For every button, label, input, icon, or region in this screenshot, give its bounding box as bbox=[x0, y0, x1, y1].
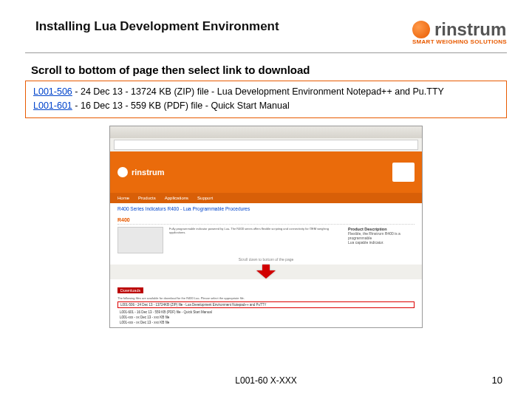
downloads-heading: Downloads bbox=[117, 287, 143, 293]
download-line: L001-xxx - xx Dec 13 - xxx KB file bbox=[117, 320, 415, 325]
site-breadcrumb: R400 Series Indicators R400 - Lua Progra… bbox=[110, 203, 422, 214]
download-link[interactable]: L001-601 bbox=[33, 100, 72, 111]
brand-logo: rinstrum SMART WEIGHING SOLUTIONS bbox=[412, 19, 507, 45]
embedded-screenshot: rinstrum HomeProductsApplicationsSupport… bbox=[109, 126, 423, 328]
download-link[interactable]: L001-506 bbox=[33, 86, 72, 97]
download-row: L001-601 - 16 Dec 13 - 559 KB (PDF) file… bbox=[33, 99, 499, 113]
site-header: rinstrum bbox=[110, 151, 422, 193]
logo-dot-icon bbox=[412, 21, 430, 38]
scroll-hint: Scroll down to bottom of the page bbox=[117, 257, 415, 262]
browser-url-bar bbox=[114, 140, 418, 150]
brand-tagline: SMART WEIGHING SOLUTIONS bbox=[412, 38, 507, 45]
downloads-intro: The following files are available for do… bbox=[117, 296, 415, 300]
footer-code: L001-60 X-XXX bbox=[0, 375, 532, 386]
site-brand-name: rinstrum bbox=[132, 168, 165, 177]
highlighted-download: L001-506 - 24 Dec 13 - 13724KB (ZIP) fil… bbox=[117, 301, 415, 308]
download-line: L001-xxx - xx Dec 13 - xxx KB file bbox=[117, 315, 415, 320]
subtitle: Scroll to bottom of page then select lin… bbox=[31, 64, 532, 76]
header-rule bbox=[25, 52, 507, 53]
site-logo-icon bbox=[117, 167, 128, 177]
site-body: R400 Fully programmable indicator powere… bbox=[110, 214, 422, 265]
download-row: L001-506 - 24 Dec 13 - 13724 KB (ZIP) fi… bbox=[33, 85, 499, 99]
download-line: L001-601 - 16 Dec 13 - 559 KB (PDF) file… bbox=[117, 310, 415, 315]
side-panel: Product Description Flexible, the Rinstr… bbox=[348, 227, 415, 253]
product-image-icon bbox=[117, 227, 163, 253]
body-heading: R400 bbox=[117, 217, 415, 225]
product-blurb: Fully programmable indicator powered by … bbox=[169, 227, 342, 253]
page-title: Installing Lua Development Environment bbox=[35, 19, 279, 34]
down-arrow-icon bbox=[110, 265, 422, 279]
browser-tab-bar bbox=[110, 126, 422, 138]
anniversary-badge-icon bbox=[392, 163, 415, 182]
page-number: 10 bbox=[492, 375, 502, 386]
svg-marker-0 bbox=[256, 265, 276, 279]
download-box: L001-506 - 24 Dec 13 - 13724 KB (ZIP) fi… bbox=[25, 81, 507, 118]
brand-name: rinstrum bbox=[434, 19, 506, 40]
site-nav: HomeProductsApplicationsSupport bbox=[110, 193, 422, 203]
downloads-section: Downloads The following files are availa… bbox=[110, 279, 422, 328]
